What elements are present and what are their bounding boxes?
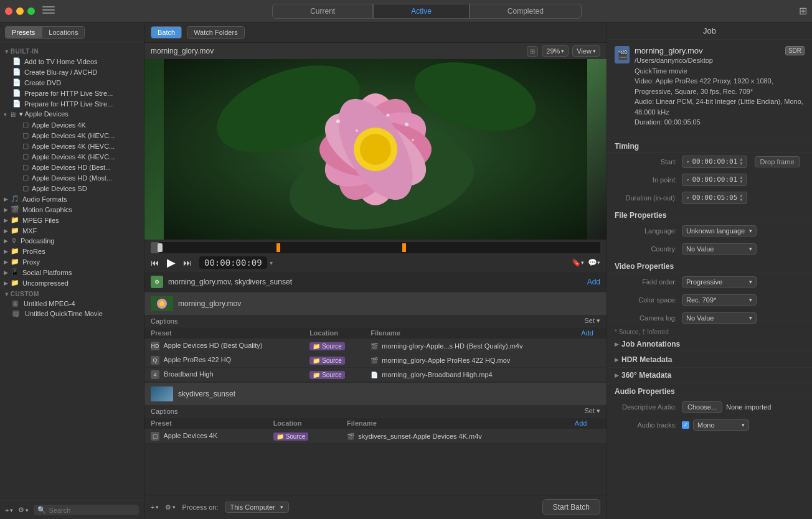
choose-button[interactable]: Choose...: [682, 401, 722, 413]
annotation-button[interactable]: 🔖▾: [572, 258, 584, 267]
arrow-down-icon[interactable]: ▼: [740, 198, 742, 202]
settings-icon[interactable]: ⊞: [799, 5, 807, 17]
360-metadata-section[interactable]: ▶ 360° Metadata: [607, 368, 812, 383]
color-space-select[interactable]: Rec. 709* ▾: [682, 294, 757, 306]
set-captions-button[interactable]: Set ▾: [584, 407, 600, 415]
arrow-down-icon[interactable]: ▼: [740, 162, 742, 166]
sidebar-tab-locations[interactable]: Locations: [42, 26, 85, 39]
start-time-control[interactable]: ▾ 00:00:00:01 ▲ ▼: [682, 156, 747, 168]
add-col-header: Add: [575, 327, 607, 339]
watch-folders-button[interactable]: Watch Folders: [187, 26, 245, 39]
sidebar-group-proxy[interactable]: ▶ 📁 Proxy: [0, 256, 144, 267]
add-job-button[interactable]: Add: [587, 278, 600, 286]
view-button[interactable]: View ▾: [572, 45, 600, 57]
search-input[interactable]: [49, 507, 135, 514]
comment-button[interactable]: 💬▾: [588, 258, 600, 267]
playhead-marker[interactable]: [158, 243, 163, 252]
preview-controls: ⊞ 29% ▾ View ▾: [527, 45, 600, 57]
fit-toggle[interactable]: ⊞: [527, 46, 538, 57]
sidebar-item-add-tv[interactable]: 📄 Add to TV Home Videos: [0, 56, 144, 67]
sdr-badge: SDR: [785, 46, 805, 55]
sidebar-tab-presets[interactable]: Presets: [5, 26, 42, 39]
computer-select[interactable]: This Computer ▾: [225, 502, 289, 513]
gear-icon: ⚙: [18, 506, 24, 514]
minimize-button[interactable]: [16, 7, 24, 15]
tab-active[interactable]: Active: [373, 4, 470, 19]
job-annotations-section[interactable]: ▶ Job Annotations: [607, 337, 812, 352]
folder-icon: 📁: [313, 343, 320, 350]
preset-icon: Q: [151, 356, 159, 365]
svg-point-16: [405, 123, 408, 126]
sidebar-group-mxf[interactable]: ▶ 📁 MXF: [0, 225, 144, 236]
sidebar-group-uncompressed[interactable]: ▶ 📁 Uncompressed: [0, 278, 144, 288]
sidebar-item-hd-most[interactable]: ▢ Apple Devices HD (Most...: [0, 172, 144, 183]
language-select[interactable]: Unknown language ▾: [682, 225, 757, 236]
duration-time-control[interactable]: ▾ 00:00:05:05 ▲ ▼: [682, 192, 747, 204]
search-icon: 🔍: [37, 506, 46, 514]
sidebar-item-http2[interactable]: 📄 Prepare for HTTP Live Stre...: [0, 98, 144, 109]
doc-icon: ▢: [22, 184, 29, 192]
in-point-marker[interactable]: [276, 243, 280, 252]
out-point-marker[interactable]: [402, 243, 406, 252]
play-button[interactable]: ▶: [167, 256, 176, 269]
progress-track[interactable]: [151, 242, 600, 253]
preview-image: [144, 59, 607, 240]
sidebar-group-apple-devices[interactable]: ▾ 🖥 ▾ Apple Devices: [0, 109, 144, 119]
add-preset-button[interactable]: + ▾: [5, 507, 13, 514]
add-preset-button[interactable]: Add: [581, 329, 593, 337]
camera-log-select[interactable]: No Value ▾: [682, 312, 757, 324]
sidebar-footer: + ▾ ⚙ ▾ 🔍: [0, 500, 144, 519]
settings-item-button[interactable]: ⚙ ▾: [165, 503, 176, 512]
sidebar-group-mpeg[interactable]: ▶ 📁 MPEG Files: [0, 215, 144, 225]
country-select[interactable]: No Value ▾: [682, 243, 757, 255]
sidebar-toggle-icon[interactable]: [42, 6, 55, 16]
sidebar-group-podcasting[interactable]: ▶ 🎙 Podcasting: [0, 236, 144, 246]
sidebar-item-4k-hevc1[interactable]: ▢ Apple Devices 4K (HEVC...: [0, 130, 144, 141]
batch-toolbar: Batch Watch Folders: [144, 22, 607, 43]
set-captions-button[interactable]: Set ▾: [584, 317, 600, 325]
batch-button[interactable]: Batch: [151, 26, 182, 39]
start-batch-button[interactable]: Start Batch: [542, 499, 600, 515]
sidebar-group-prores[interactable]: ▶ 📁 ProRes: [0, 246, 144, 256]
add-item-button[interactable]: + ▾: [151, 503, 159, 511]
tab-current[interactable]: Current: [272, 4, 373, 19]
sidebar-item-sd[interactable]: ▢ Apple Devices SD: [0, 183, 144, 194]
file-icon: 📄: [371, 372, 378, 378]
zoom-control[interactable]: 29% ▾: [542, 45, 569, 57]
hdr-metadata-section[interactable]: ▶ HDR Metadata: [607, 352, 812, 368]
sidebar-group-motion-graphics[interactable]: ▶ 🎬 Motion Graphics: [0, 204, 144, 215]
preview-toolbar: morning_glory.mov ⊞ 29% ▾ View ▾: [144, 43, 607, 59]
audio-checkbox[interactable]: [682, 421, 689, 429]
go-to-end-button[interactable]: ⏭: [183, 258, 192, 268]
close-button[interactable]: [5, 7, 12, 15]
chevron-down-icon: ▾: [686, 159, 689, 165]
inpoint-time-control[interactable]: ▾ 00:00:00:01 ▲ ▼: [682, 174, 747, 186]
drop-frame-button[interactable]: Drop frame: [755, 156, 800, 167]
settings-button[interactable]: ⚙ ▾: [18, 506, 29, 514]
search-box[interactable]: 🔍: [34, 505, 139, 515]
sidebar-item-hd-best[interactable]: ▢ Apple Devices HD (Best...: [0, 162, 144, 172]
tab-completed[interactable]: Completed: [470, 4, 582, 19]
go-to-start-button[interactable]: ⏮: [151, 258, 159, 268]
timecode-dropdown[interactable]: ▾: [270, 260, 273, 266]
field-order-select[interactable]: Progressive ▾: [682, 276, 757, 288]
maximize-button[interactable]: [27, 7, 35, 15]
mono-select[interactable]: Mono ▾: [693, 419, 749, 431]
sidebar-item-mpeg4[interactable]: 4 Untitled MPEG-4: [0, 299, 144, 309]
sidebar-item-bluray[interactable]: 📄 Create Blu-ray / AVCHD: [0, 67, 144, 77]
audio-tracks-row: Audio tracks: Mono ▾: [607, 416, 812, 434]
360-metadata-label: 360° Metadata: [621, 371, 671, 380]
sidebar-item-dvd[interactable]: 📄 Create DVD: [0, 77, 144, 88]
arrow-down-icon[interactable]: ▼: [740, 180, 742, 184]
sidebar-item-4k-hevc3[interactable]: ▢ Apple Devices 4K (HEVC...: [0, 151, 144, 162]
sidebar-item-4k[interactable]: ▢ Apple Devices 4K: [0, 119, 144, 130]
sidebar-item-4k-hevc2[interactable]: ▢ Apple Devices 4K (HEVC...: [0, 141, 144, 151]
add-preset-button[interactable]: Add: [575, 419, 587, 427]
sidebar-item-http1[interactable]: 📄 Prepare for HTTP Live Stre...: [0, 88, 144, 98]
doc-icon: ▢: [22, 121, 29, 129]
sidebar-group-audio-formats[interactable]: ▶ 🎵 Audio Formats: [0, 194, 144, 204]
sidebar-item-quicktime[interactable]: Q Untitled QuickTime Movie: [0, 309, 144, 319]
language-row: Language: Unknown language ▾: [607, 222, 812, 240]
sidebar-group-social[interactable]: ▶ 📱 Social Platforms: [0, 267, 144, 278]
main-layout: Presets Locations ▾ BUILT-IN 📄 Add to TV…: [0, 22, 812, 519]
